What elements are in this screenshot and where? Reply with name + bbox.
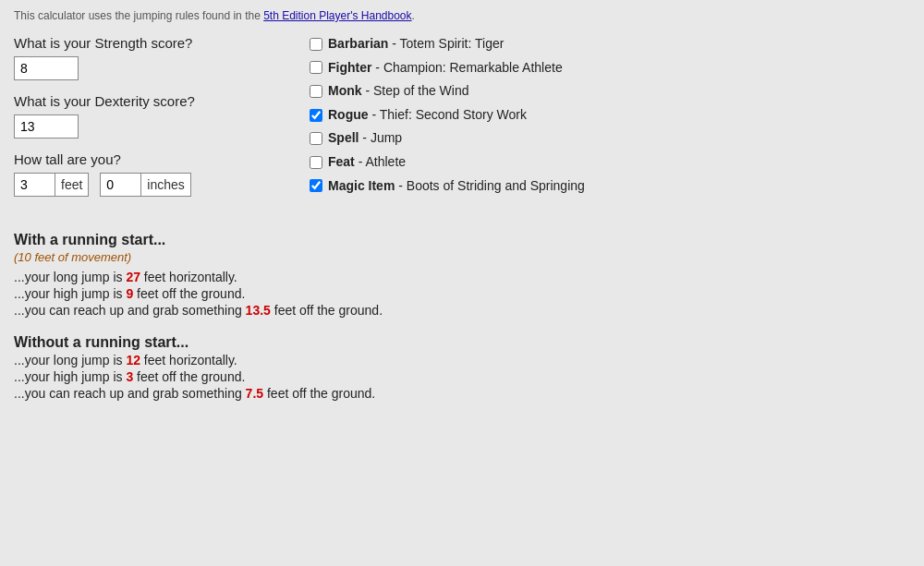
handbook-link[interactable]: 5th Edition Player's Handbook bbox=[263, 9, 411, 22]
left-panel: What is your Strength score? What is you… bbox=[14, 35, 291, 215]
checkbox-label-cb_fighter[interactable]: Fighter - Champion: Remarkable Athlete bbox=[328, 59, 563, 78]
running-long-value: 27 bbox=[126, 270, 140, 284]
height-feet-input[interactable] bbox=[14, 173, 55, 197]
standing-long-line: ...your long jump is 12 feet horizontall… bbox=[14, 353, 910, 367]
checkbox-item-cb_spell: Spell - Jump bbox=[310, 129, 910, 148]
running-reach-pre: ...you can reach up and grab something bbox=[14, 303, 246, 318]
running-high-post: feet off the ground. bbox=[133, 286, 245, 301]
checkbox-label-cb_magic[interactable]: Magic Item - Boots of Striding and Sprin… bbox=[328, 177, 585, 196]
checkbox-label-cb_feat[interactable]: Feat - Athlete bbox=[328, 153, 406, 172]
standing-high-line: ...your high jump is 3 feet off the grou… bbox=[14, 369, 910, 384]
running-reach-post: feet off the ground. bbox=[271, 303, 383, 318]
right-panel: Barbarian - Totem Spirit: TigerFighter -… bbox=[310, 35, 910, 215]
standing-reach-value: 7.5 bbox=[246, 386, 263, 401]
standing-reach-pre: ...you can reach up and grab something bbox=[14, 386, 246, 401]
checkboxes-container: Barbarian - Totem Spirit: TigerFighter -… bbox=[310, 35, 910, 195]
results-section: With a running start... (10 feet of move… bbox=[14, 232, 910, 401]
checkbox-cb_spell[interactable] bbox=[310, 132, 322, 145]
standing-long-value: 12 bbox=[126, 353, 140, 367]
checkbox-item-cb_feat: Feat - Athlete bbox=[310, 153, 910, 172]
standing-high-post: feet off the ground. bbox=[133, 369, 245, 384]
checkbox-cb_rogue[interactable] bbox=[310, 109, 322, 122]
checkbox-item-cb_magic: Magic Item - Boots of Striding and Sprin… bbox=[310, 177, 910, 196]
height-row: feet inches bbox=[14, 173, 291, 197]
feet-unit-label: feet bbox=[55, 173, 89, 197]
checkbox-label-cb_monk[interactable]: Monk - Step of the Wind bbox=[328, 82, 469, 101]
running-reach-value: 13.5 bbox=[246, 303, 271, 318]
running-title: With a running start... bbox=[14, 232, 910, 248]
inches-unit-label: inches bbox=[141, 173, 190, 197]
running-long-pre: ...your long jump is bbox=[14, 270, 126, 284]
checkbox-label-cb_spell[interactable]: Spell - Jump bbox=[328, 129, 402, 148]
checkbox-cb_feat[interactable] bbox=[310, 156, 322, 169]
dexterity-input[interactable] bbox=[14, 114, 79, 138]
strength-label: What is your Strength score? bbox=[14, 35, 291, 51]
checkbox-label-cb_rogue[interactable]: Rogue - Thief: Second Story Work bbox=[328, 106, 527, 125]
checkbox-cb_monk[interactable] bbox=[310, 85, 322, 98]
running-subtitle: (10 feet of movement) bbox=[14, 250, 910, 264]
checkbox-item-cb_fighter: Fighter - Champion: Remarkable Athlete bbox=[310, 59, 910, 78]
running-long-line: ...your long jump is 27 feet horizontall… bbox=[14, 270, 910, 284]
height-inches-input[interactable] bbox=[100, 173, 141, 197]
standing-high-pre: ...your high jump is bbox=[14, 369, 126, 384]
checkbox-cb_fighter[interactable] bbox=[310, 61, 322, 74]
running-reach-line: ...you can reach up and grab something 1… bbox=[14, 303, 910, 318]
checkbox-label-cb_barbarian[interactable]: Barbarian - Totem Spirit: Tiger bbox=[328, 35, 504, 54]
checkbox-item-cb_monk: Monk - Step of the Wind bbox=[310, 82, 910, 101]
running-long-post: feet horizontally. bbox=[140, 270, 237, 284]
standing-title: Without a running start... bbox=[14, 334, 910, 351]
running-high-line: ...your high jump is 9 feet off the grou… bbox=[14, 286, 910, 301]
intro-text: This calculator uses the jumping rules f… bbox=[14, 9, 910, 22]
running-high-pre: ...your high jump is bbox=[14, 286, 126, 301]
standing-long-pre: ...your long jump is bbox=[14, 353, 126, 367]
strength-input[interactable] bbox=[14, 56, 79, 80]
standing-reach-post: feet off the ground. bbox=[263, 386, 375, 401]
checkbox-item-cb_barbarian: Barbarian - Totem Spirit: Tiger bbox=[310, 35, 910, 54]
standing-reach-line: ...you can reach up and grab something 7… bbox=[14, 386, 910, 401]
height-label: How tall are you? bbox=[14, 151, 291, 167]
checkbox-cb_magic[interactable] bbox=[310, 179, 322, 192]
checkbox-item-cb_rogue: Rogue - Thief: Second Story Work bbox=[310, 106, 910, 125]
dexterity-label: What is your Dexterity score? bbox=[14, 93, 291, 109]
standing-long-post: feet horizontally. bbox=[140, 353, 237, 367]
checkbox-cb_barbarian[interactable] bbox=[310, 38, 322, 51]
